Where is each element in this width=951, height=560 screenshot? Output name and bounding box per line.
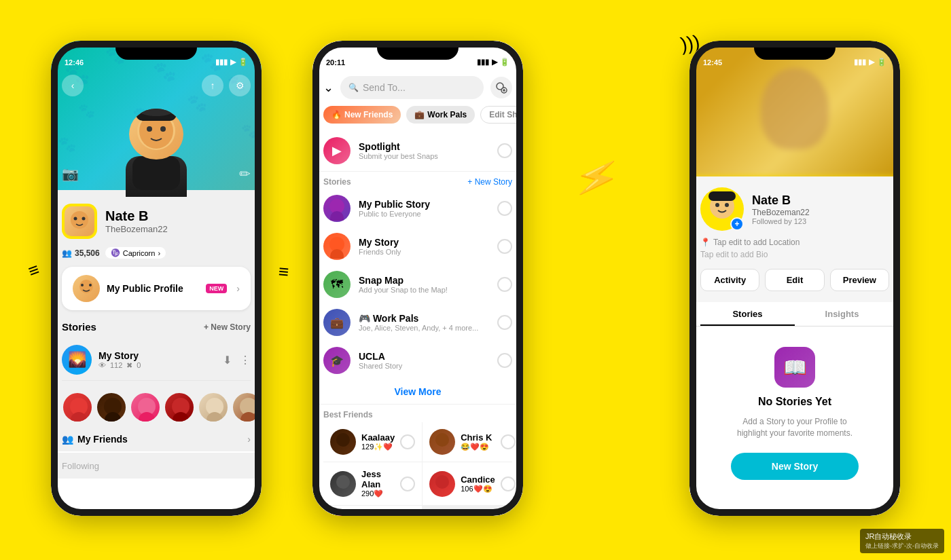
friend-avatar-2 bbox=[96, 392, 127, 423]
search-bar[interactable]: 🔍 Send To... bbox=[340, 76, 484, 99]
send-sub-public: Public to Everyone bbox=[359, 210, 489, 218]
candice-check[interactable] bbox=[501, 477, 516, 491]
back-button[interactable]: ‹ bbox=[62, 75, 84, 96]
my-story-check[interactable] bbox=[497, 239, 512, 254]
story-actions: ⬇ ⋮ bbox=[223, 354, 251, 367]
edit-button[interactable]: Edit bbox=[765, 269, 824, 291]
new-story-cta-button[interactable]: New Story bbox=[731, 453, 859, 480]
phone-3-notch bbox=[754, 41, 836, 60]
friends-grid: Kaalaay 129✨❤️ Chris K 😂❤️😍 Jess Alan 29… bbox=[323, 422, 512, 516]
send-item-map[interactable]: 🗺 Snap Map Add your Snap to the Map! bbox=[312, 265, 523, 303]
activity-button[interactable]: Activity bbox=[700, 269, 759, 291]
bio-placeholder: Tap edit to add Bio bbox=[700, 250, 768, 259]
phone-1-status-icons: ▮▮▮ ▶ 🔋 bbox=[215, 58, 248, 67]
profile-username: TheBozeman22 bbox=[105, 224, 168, 234]
chevron-down-icon[interactable]: ⌄ bbox=[323, 80, 334, 95]
send-item-ucla[interactable]: 🎓 UCLA Shared Story bbox=[312, 341, 523, 379]
location-placeholder: Tap edit to add Location bbox=[713, 238, 800, 247]
phone-1-top-icons: ‹ ↑ ⚙ bbox=[51, 75, 262, 96]
my-story-item[interactable]: 🌄 My Story 👁 112 ✖ 0 ⬇ ⋮ bbox=[62, 339, 251, 381]
preview-button[interactable]: Preview bbox=[830, 269, 889, 291]
tab-stories[interactable]: Stories bbox=[700, 302, 795, 326]
stories-label: Stories bbox=[323, 177, 351, 187]
spotlight-check[interactable] bbox=[497, 143, 512, 158]
send-sub-my: Friends Only bbox=[359, 248, 489, 256]
chip-edit-shortcuts[interactable]: Edit Sho... bbox=[480, 106, 523, 124]
friend-jessalan[interactable]: Jess Alan 290❤️ bbox=[323, 462, 422, 505]
snap-map-avatar: 🗺 bbox=[323, 271, 351, 298]
svg-point-26 bbox=[105, 412, 121, 423]
friends-chevron: › bbox=[247, 434, 251, 445]
friend-kaalaay[interactable]: Kaalaay 129✨❤️ bbox=[323, 422, 422, 462]
friend-mikey[interactable]: Mikey ❤️ bbox=[323, 506, 422, 516]
phone-2-time: 20:11 bbox=[326, 58, 345, 67]
stories-empty-icon: 📖 bbox=[774, 347, 815, 388]
friend-chrisk[interactable]: Chris K 😂❤️😍 bbox=[423, 422, 522, 462]
send-info-map: Snap Map Add your Snap to the Map! bbox=[359, 275, 489, 294]
story-thumb-image: 🌄 bbox=[62, 345, 92, 375]
friends-section: 👥 My Friends › bbox=[62, 392, 251, 451]
tab-insights[interactable]: Insights bbox=[795, 302, 889, 326]
watermark-sub: 做上链接-求扩-次-自动收录 bbox=[865, 542, 939, 550]
view-more-button[interactable]: View More bbox=[312, 379, 523, 405]
ucla-check[interactable] bbox=[497, 353, 512, 368]
svg-point-34 bbox=[240, 412, 257, 423]
camera-icon[interactable]: 📷 bbox=[62, 166, 79, 182]
public-profile-button[interactable]: My Public Profile NEW › bbox=[62, 267, 251, 310]
jessalan-check[interactable] bbox=[400, 477, 415, 491]
send-item-my[interactable]: My Story Friends Only bbox=[312, 227, 523, 265]
new-group-button[interactable] bbox=[490, 77, 512, 98]
profile-name: Nate B bbox=[105, 208, 168, 224]
svg-point-43 bbox=[336, 433, 350, 447]
download-icon[interactable]: ⬇ bbox=[223, 354, 232, 367]
svg-point-45 bbox=[336, 475, 350, 489]
phone-3-profile-info: Nate B TheBozeman22 Followed by 123 bbox=[752, 193, 810, 225]
phone-2: 20:11 ▮▮▮ ▶ 🔋 ⌄ 🔍 Send To... 🔥 New Frien… bbox=[312, 41, 523, 516]
my-friends-row[interactable]: 👥 My Friends › bbox=[62, 427, 251, 451]
new-story-button[interactable]: + New Story bbox=[204, 322, 251, 332]
svg-point-22 bbox=[89, 284, 92, 286]
phone-3-profile: + Nate B TheBozeman22 Followed by 123 bbox=[700, 187, 889, 231]
send-info-public: My Public Story Public to Everyone bbox=[359, 199, 489, 218]
phone-1-content: Nate B TheBozeman22 👥 35,506 ♑ Capricorn… bbox=[51, 190, 262, 451]
chrisk-check[interactable] bbox=[501, 434, 516, 449]
kaalaay-info: Kaalaay 129✨❤️ bbox=[361, 432, 395, 451]
spotlight-item[interactable]: ▶ Spotlight Submit your best Snaps bbox=[312, 130, 523, 172]
phone-3-avatar[interactable]: + bbox=[700, 187, 744, 231]
profile-stats: 👥 35,506 ♑ Capricorn › bbox=[62, 247, 251, 259]
friend-candice[interactable]: Candice 106❤️😍 bbox=[423, 462, 522, 505]
spotlight-icon: ▶ bbox=[323, 137, 351, 164]
phone-3: 12:45 ▮▮▮ ▶ 🔋 + Nate B bbox=[689, 41, 900, 516]
phone-1: 🐾 🐾 🐾 🐾 🐾 🐾 🐾 🐾 🐾 🐾 12:46 ▮▮▮ ▶ 🔋 ‹ ↑ bbox=[51, 41, 262, 516]
phone-3-followers: Followed by 123 bbox=[752, 217, 810, 225]
edit-icon[interactable]: ✏ bbox=[239, 166, 251, 182]
snap-avatar[interactable] bbox=[62, 204, 97, 239]
phone-2-status-icons: ▮▮▮ ▶ 🔋 bbox=[477, 58, 509, 67]
watermark: JR自动秘收录 做上链接-求扩-次-自动收录 bbox=[860, 529, 944, 553]
bitmoji-head bbox=[129, 109, 183, 160]
settings-icon[interactable]: ⚙ bbox=[229, 75, 251, 96]
more-icon[interactable]: ⋮ bbox=[240, 354, 251, 367]
send-sub-map: Add your Snap to the Map! bbox=[359, 286, 489, 294]
bitmoji-body bbox=[126, 156, 187, 197]
send-name-work: 🎮 Work Pals bbox=[359, 313, 489, 324]
send-info-my: My Story Friends Only bbox=[359, 237, 489, 256]
phone-3-content: + Nate B TheBozeman22 Followed by 123 📍 … bbox=[689, 176, 900, 500]
new-story-link[interactable]: + New Story bbox=[467, 177, 512, 187]
my-story-avatar bbox=[323, 233, 351, 260]
send-item-work[interactable]: 💼 🎮 Work Pals Joe, Alice, Steven, Andy, … bbox=[312, 303, 523, 341]
zodiac-badge[interactable]: ♑ Capricorn › bbox=[105, 247, 166, 259]
upload-icon[interactable]: ↑ bbox=[202, 75, 223, 96]
plus-badge[interactable]: + bbox=[730, 217, 744, 231]
send-name-my: My Story bbox=[359, 237, 489, 248]
kaalaay-check[interactable] bbox=[400, 434, 415, 449]
no-stories-sub: Add a Story to your Profile to highlight… bbox=[727, 416, 863, 439]
public-story-check[interactable] bbox=[497, 201, 512, 216]
work-pals-check[interactable] bbox=[497, 315, 512, 330]
chip-work-pals[interactable]: 💼 Work Pals bbox=[406, 106, 475, 124]
search-icon: 🔍 bbox=[348, 83, 359, 92]
chip-new-friends[interactable]: 🔥 New Friends bbox=[323, 106, 401, 124]
send-item-public[interactable]: My Public Story Public to Everyone bbox=[312, 189, 523, 227]
following-text: Following bbox=[62, 461, 99, 471]
snap-map-check[interactable] bbox=[497, 277, 512, 292]
